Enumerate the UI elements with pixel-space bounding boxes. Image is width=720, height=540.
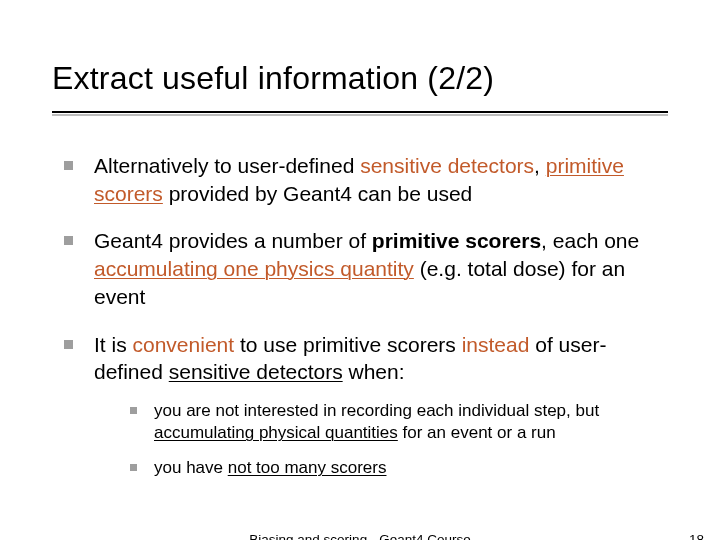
text: you are not interested in recording each… (154, 401, 599, 420)
text: you have (154, 458, 228, 477)
sub-bullet-list: you are not interested in recording each… (94, 400, 668, 479)
slide-title: Extract useful information (2/2) (52, 60, 672, 97)
highlight-instead: instead (462, 333, 530, 356)
text: for an event or a run (398, 423, 556, 442)
text: Alternatively to user-defined (94, 154, 360, 177)
title-underline (52, 111, 668, 113)
underline-not-too-many: not too many scorers (228, 458, 387, 477)
text: to use primitive scorers (234, 333, 462, 356)
highlight-sensitive-detectors: sensitive detectors (360, 154, 534, 177)
slide-body: Alternatively to user-defined sensitive … (56, 152, 668, 499)
underline-sensitive-detectors: sensitive detectors (169, 360, 343, 383)
text: Geant4 provides a number of (94, 229, 372, 252)
highlight-convenient: convenient (133, 333, 235, 356)
underline-accumulating-quantities: accumulating physical quantities (154, 423, 398, 442)
bullet-2: Geant4 provides a number of primitive sc… (56, 227, 668, 310)
bullet-list: Alternatively to user-defined sensitive … (56, 152, 668, 479)
text: It is (94, 333, 133, 356)
bold-primitive-scorers: primitive scorers (372, 229, 541, 252)
page-number: 18 (689, 532, 704, 540)
text: provided by Geant4 can be used (163, 182, 472, 205)
text: , (534, 154, 546, 177)
footer-text: Biasing and scoring - Geant4 Course (0, 532, 720, 540)
text: when: (343, 360, 405, 383)
text: , each one (541, 229, 639, 252)
bullet-1: Alternatively to user-defined sensitive … (56, 152, 668, 207)
sub-bullet-1: you are not interested in recording each… (124, 400, 668, 445)
sub-bullet-2: you have not too many scorers (124, 457, 668, 479)
slide: Extract useful information (2/2) Alterna… (0, 0, 720, 540)
highlight-accumulating-quantity: accumulating one physics quantity (94, 257, 414, 280)
bullet-3: It is convenient to use primitive scorer… (56, 331, 668, 480)
